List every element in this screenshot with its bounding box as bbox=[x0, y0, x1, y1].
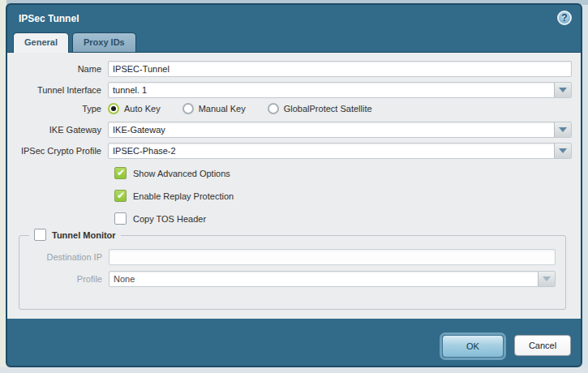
radio-icon-unselected bbox=[182, 103, 194, 114]
ike-gateway-label: IKE Gateway bbox=[11, 125, 108, 135]
ipsec-tunnel-dialog: IPSec Tunnel ? General Proxy IDs Name Tu… bbox=[6, 3, 582, 367]
radio-icon-unselected bbox=[268, 103, 279, 114]
radio-icon-selected bbox=[108, 103, 119, 114]
ipsec-crypto-profile-row: IPSec Crypto Profile IPSEC-Phase-2 bbox=[11, 143, 572, 159]
ipsec-crypto-profile-select[interactable]: IPSEC-Phase-2 bbox=[108, 143, 572, 159]
destination-ip-label: Destination IP bbox=[19, 252, 109, 262]
chevron-down-icon bbox=[559, 148, 567, 153]
copy-tos-header-label: Copy TOS Header bbox=[133, 214, 206, 224]
cancel-button[interactable]: Cancel bbox=[514, 335, 571, 356]
checkbox-checked-icon bbox=[114, 190, 127, 202]
profile-select: None bbox=[109, 271, 556, 287]
tab-proxy-ids[interactable]: Proxy IDs bbox=[72, 32, 136, 52]
tunnel-monitor-legend: Tunnel Monitor bbox=[29, 229, 121, 241]
tab-general[interactable]: General bbox=[13, 32, 69, 53]
ike-gateway-select[interactable]: IKE-Gateway bbox=[108, 122, 572, 138]
name-row: Name bbox=[11, 61, 572, 77]
checkbox-unchecked-icon bbox=[114, 212, 127, 225]
tunnel-monitor-group: Tunnel Monitor Destination IP Profile No… bbox=[19, 235, 566, 310]
tunnel-interface-label: Tunnel Interface bbox=[11, 85, 108, 95]
radio-manual-key-label: Manual Key bbox=[199, 104, 246, 114]
dialog-titlebar: IPSec Tunnel ? bbox=[7, 5, 581, 32]
ipsec-crypto-profile-value: IPSEC-Phase-2 bbox=[109, 144, 554, 158]
ike-gateway-value: IKE-Gateway bbox=[109, 122, 554, 137]
name-label: Name bbox=[11, 64, 108, 74]
destination-ip-row: Destination IP bbox=[19, 249, 556, 265]
chevron-down-icon bbox=[543, 277, 551, 281]
dialog-title: IPSec Tunnel bbox=[19, 13, 79, 24]
type-row: Type Auto Key Manual Key GlobalProtect S… bbox=[11, 103, 572, 114]
name-input[interactable] bbox=[108, 61, 572, 77]
radio-manual-key[interactable]: Manual Key bbox=[182, 103, 246, 114]
tunnel-interface-value: tunnel. 1 bbox=[109, 83, 554, 97]
checkbox-checked-icon bbox=[114, 167, 127, 179]
chevron-down-icon bbox=[559, 127, 567, 132]
enable-replay-protection-checkbox[interactable]: Enable Replay Protection bbox=[114, 190, 572, 202]
radio-globalprotect-satellite[interactable]: GlobalProtect Satellite bbox=[268, 103, 372, 114]
chevron-down-icon bbox=[559, 88, 567, 92]
ipsec-crypto-profile-dropdown-button[interactable] bbox=[554, 144, 571, 158]
tunnel-interface-select[interactable]: tunnel. 1 bbox=[108, 82, 572, 98]
enable-replay-protection-label: Enable Replay Protection bbox=[133, 191, 234, 201]
ipsec-crypto-profile-label: IPSec Crypto Profile bbox=[11, 146, 108, 156]
tab-bar: General Proxy IDs bbox=[7, 32, 581, 52]
profile-value: None bbox=[109, 272, 538, 286]
radio-auto-key-label: Auto Key bbox=[124, 104, 161, 114]
tunnel-monitor-checkbox[interactable] bbox=[34, 229, 46, 241]
radio-globalprotect-satellite-label: GlobalProtect Satellite bbox=[284, 104, 372, 114]
help-icon[interactable]: ? bbox=[557, 11, 572, 25]
type-label: Type bbox=[11, 104, 108, 114]
show-advanced-options-label: Show Advanced Options bbox=[133, 169, 230, 178]
tunnel-monitor-label: Tunnel Monitor bbox=[52, 230, 116, 240]
ok-button[interactable]: OK bbox=[442, 335, 504, 358]
page-backdrop-bottom bbox=[0, 367, 588, 373]
dialog-footer: OK Cancel bbox=[442, 335, 571, 358]
destination-ip-input bbox=[109, 249, 556, 265]
tunnel-interface-row: Tunnel Interface tunnel. 1 bbox=[11, 82, 572, 98]
general-tab-panel: Name Tunnel Interface tunnel. 1 Type bbox=[7, 52, 581, 319]
profile-dropdown-button bbox=[538, 272, 555, 286]
ike-gateway-dropdown-button[interactable] bbox=[554, 122, 571, 137]
radio-auto-key[interactable]: Auto Key bbox=[108, 103, 161, 114]
tunnel-interface-dropdown-button[interactable] bbox=[554, 83, 571, 97]
copy-tos-header-checkbox[interactable]: Copy TOS Header bbox=[114, 212, 572, 225]
ike-gateway-row: IKE Gateway IKE-Gateway bbox=[11, 122, 572, 138]
profile-row: Profile None bbox=[19, 271, 556, 287]
show-advanced-options-checkbox[interactable]: Show Advanced Options bbox=[114, 167, 572, 179]
profile-label: Profile bbox=[19, 274, 109, 284]
